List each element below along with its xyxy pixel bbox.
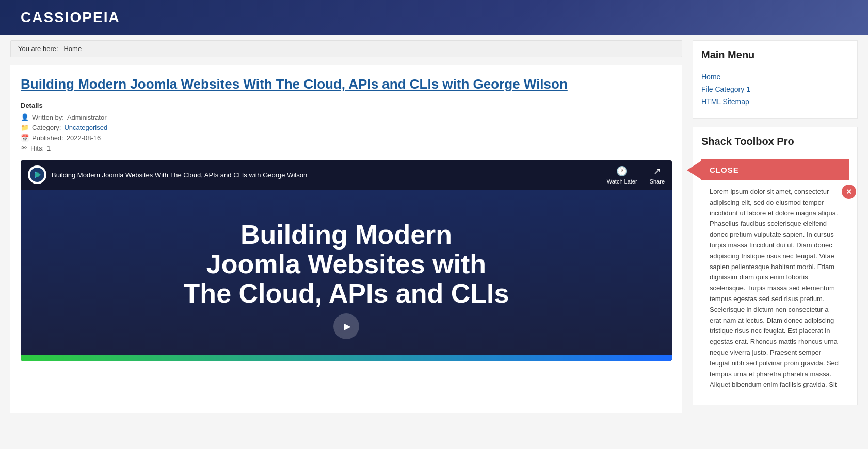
hits-label: Hits: [30, 144, 44, 152]
video-header-left: Building Modern Joomla Websites With The… [28, 165, 307, 184]
hits-count: 1 [47, 144, 51, 152]
calendar-icon: 📅 [21, 134, 29, 142]
watch-later-button[interactable]: 🕐 Watch Later [607, 165, 637, 185]
channel-logo [28, 165, 46, 184]
svg-point-2 [35, 172, 40, 177]
toolbox-widget: Shack Toolbox Pro CLOSE ✕ Lorem ipsum do… [693, 127, 858, 405]
watch-later-label: Watch Later [607, 178, 637, 185]
sidebar-item-html-sitemap[interactable]: HTML Sitemap [701, 97, 849, 106]
category-link[interactable]: Uncategorised [64, 124, 107, 131]
video-title-text: Building Modern Joomla Websites With The… [52, 171, 307, 179]
close-x-button[interactable]: ✕ [842, 185, 856, 199]
toolbox-title: Shack Toolbox Pro [701, 136, 849, 152]
page-wrapper: You are here: Home Building Modern Jooml… [0, 35, 868, 419]
close-bar[interactable]: CLOSE [701, 159, 849, 180]
meta-published: 📅 Published: 2022-08-16 [21, 134, 672, 142]
sidebar: Main Menu Home File Category 1 HTML Site… [693, 40, 858, 413]
toolbox-text-content: ✕ Lorem ipsum dolor sit amet, consectetu… [701, 180, 849, 396]
video-main: Building Modern Joomla Websites with The… [21, 190, 672, 355]
breadcrumb-home: Home [63, 45, 82, 53]
video-big-title-line2: Joomla Websites with [206, 249, 486, 279]
toolbox-text: Lorem ipsum dolor sit amet, consectetur … [710, 188, 839, 388]
article-title[interactable]: Building Modern Joomla Websites With The… [21, 76, 672, 93]
details-label: Details [21, 102, 672, 109]
site-header: CASSIOPEIA [0, 0, 868, 35]
eye-icon: 👁 [21, 144, 27, 152]
published-date: 2022-08-16 [67, 134, 101, 142]
author-name: Administrator [67, 113, 107, 121]
folder-icon: 📁 [21, 124, 29, 131]
sidebar-item-file-category[interactable]: File Category 1 [701, 85, 849, 93]
close-arrow [687, 161, 701, 179]
published-label: Published: [32, 134, 63, 142]
meta-category: 📁 Category: Uncategorised [21, 124, 672, 131]
main-menu-widget: Main Menu Home File Category 1 HTML Site… [693, 40, 858, 119]
main-menu-title: Main Menu [701, 49, 849, 65]
share-button[interactable]: ↗ Share [650, 165, 665, 185]
sidebar-item-home[interactable]: Home [701, 73, 849, 81]
category-label: Category: [32, 124, 61, 131]
share-icon: ↗ [653, 165, 661, 177]
video-big-title-line1: Building Modern [240, 220, 452, 250]
site-title: CASSIOPEIA [21, 9, 120, 25]
play-button[interactable] [333, 313, 359, 339]
video-container: Building Modern Joomla Websites With The… [21, 160, 672, 361]
breadcrumb: You are here: Home [10, 40, 682, 57]
video-big-title-line3: The Cloud, APIs and CLIs [184, 278, 509, 308]
main-area: You are here: Home Building Modern Jooml… [10, 40, 682, 413]
meta-author: 👤 Written by: Administrator [21, 113, 672, 121]
video-big-title: Building Modern Joomla Websites with The… [184, 220, 509, 309]
video-header-right: 🕐 Watch Later ↗ Share [607, 165, 665, 185]
close-label: CLOSE [710, 165, 739, 174]
video-bottom-bar [21, 355, 672, 361]
user-icon: 👤 [21, 113, 29, 121]
share-label: Share [650, 178, 665, 185]
breadcrumb-prefix: You are here: [18, 45, 58, 53]
meta-hits: 👁 Hits: 1 [21, 144, 672, 152]
video-header: Building Modern Joomla Websites With The… [21, 160, 672, 190]
clock-icon: 🕐 [616, 165, 628, 177]
written-by-label: Written by: [32, 113, 64, 121]
article-content: Building Modern Joomla Websites With The… [10, 65, 682, 413]
